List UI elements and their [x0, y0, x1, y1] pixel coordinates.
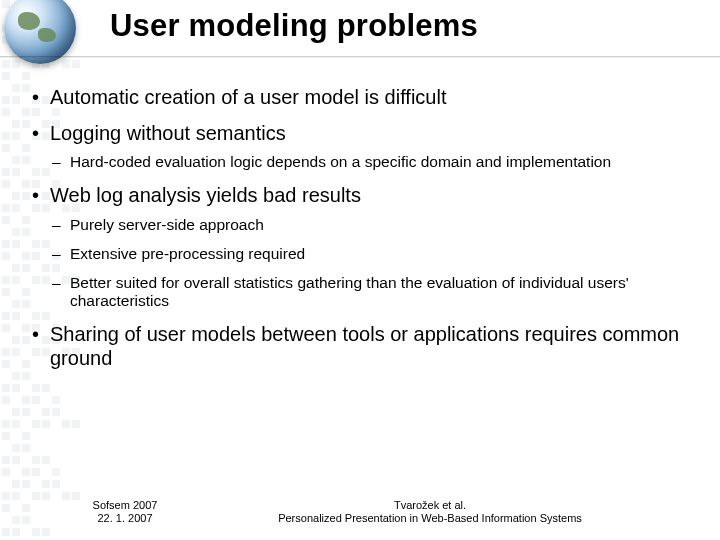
sub-item: Hard-coded evaluation logic depends on a… — [50, 153, 700, 172]
sub-item: Extensive pre-processing required — [50, 245, 700, 264]
footer-center: Tvarožek et al. Personalized Presentatio… — [200, 499, 720, 527]
slide-title: User modeling problems — [110, 8, 478, 44]
footer-date: 22. 1. 2007 — [50, 512, 200, 526]
title-underline — [0, 56, 720, 58]
sub-list: Hard-coded evaluation logic depends on a… — [50, 153, 700, 172]
bullet-text: Logging without semantics — [50, 122, 286, 144]
bullet-text: Web log analysis yields bad results — [50, 184, 361, 206]
bullet-text: Automatic creation of a user model is di… — [50, 86, 446, 108]
sub-item: Purely server-side approach — [50, 216, 700, 235]
slide-footer: Sofsem 2007 22. 1. 2007 Tvarožek et al. … — [0, 499, 720, 527]
footer-authors: Tvarožek et al. — [200, 499, 660, 513]
bullet-item: Web log analysis yields bad results Pure… — [28, 184, 700, 311]
globe-decoration — [4, 0, 94, 82]
footer-left: Sofsem 2007 22. 1. 2007 — [0, 499, 200, 527]
sub-item: Better suited for overall statistics gat… — [50, 274, 700, 312]
bullet-list: Automatic creation of a user model is di… — [28, 86, 700, 371]
footer-paper-title: Personalized Presentation in Web-Based I… — [200, 512, 660, 526]
sub-list: Purely server-side approach Extensive pr… — [50, 216, 700, 312]
bullet-text: Sharing of user models between tools or … — [50, 323, 679, 369]
footer-conference: Sofsem 2007 — [50, 499, 200, 513]
bullet-item: Logging without semantics Hard-coded eva… — [28, 122, 700, 173]
bullet-item: Automatic creation of a user model is di… — [28, 86, 700, 110]
bullet-item: Sharing of user models between tools or … — [28, 323, 700, 370]
globe-icon — [4, 0, 76, 64]
slide-body: Automatic creation of a user model is di… — [28, 86, 700, 383]
